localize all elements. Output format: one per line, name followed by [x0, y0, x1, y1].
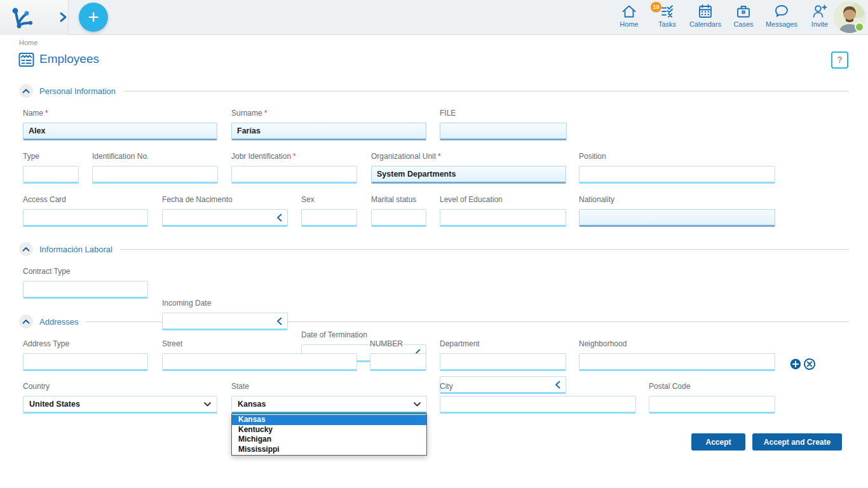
- nav-home-label: Home: [620, 20, 638, 28]
- identification-no-label: Identification No.: [92, 152, 149, 161]
- home-icon: [621, 3, 637, 20]
- type-input[interactable]: [23, 166, 79, 184]
- contract-type-label: Contract Type: [23, 267, 70, 276]
- nav-calendars-label: Calendars: [689, 20, 721, 28]
- field-level-of-education: Level of Education: [440, 195, 566, 227]
- brand-logo-icon: [9, 4, 36, 31]
- employees-form-page: + Home 10: [0, 0, 868, 488]
- country-select[interactable]: United States: [23, 396, 217, 414]
- state-option-kansas[interactable]: Kansas: [232, 415, 426, 425]
- field-contract-type: Contract Type: [23, 267, 148, 299]
- required-marker: *: [438, 152, 441, 161]
- organizational-unit-label: Organizational Unit: [371, 152, 436, 161]
- access-card-label: Access Card: [23, 195, 66, 204]
- postal-code-input[interactable]: [649, 396, 775, 414]
- field-identification-no: Identification No.: [92, 152, 218, 184]
- field-name: Name*: [23, 109, 217, 140]
- remove-address-button[interactable]: [803, 358, 816, 370]
- address-type-input[interactable]: [23, 353, 148, 371]
- department-input[interactable]: [440, 353, 566, 371]
- nav-invite-label: Invite: [811, 20, 828, 28]
- contract-type-input[interactable]: [23, 281, 148, 299]
- field-sex: Sex: [301, 195, 357, 227]
- file-input[interactable]: [440, 123, 567, 140]
- field-nationality: Nationality: [579, 195, 775, 227]
- access-card-input[interactable]: [23, 209, 148, 227]
- nav-cases-label: Cases: [733, 20, 753, 28]
- postal-code-label: Postal Code: [649, 382, 690, 391]
- nationality-input[interactable]: [579, 209, 775, 227]
- organizational-unit-input[interactable]: [371, 166, 566, 184]
- collapse-personal-button[interactable]: [19, 84, 33, 98]
- state-select[interactable]: Kansas: [231, 396, 427, 414]
- accept-button[interactable]: Accept: [691, 433, 745, 451]
- field-file: FILE: [440, 109, 567, 140]
- add-address-button[interactable]: [790, 358, 801, 370]
- online-status-indicator: [855, 22, 864, 32]
- nav-invite[interactable]: Invite: [801, 0, 839, 35]
- required-marker: *: [45, 109, 48, 118]
- city-label: City: [440, 382, 453, 391]
- marital-status-input[interactable]: [371, 209, 426, 227]
- surname-input[interactable]: [231, 123, 426, 140]
- field-access-card: Access Card: [23, 195, 148, 227]
- breadcrumb[interactable]: Home: [19, 39, 37, 46]
- job-identification-input[interactable]: [231, 166, 357, 184]
- chevron-up-icon: [22, 88, 30, 93]
- accept-and-create-button[interactable]: Accept and Create: [752, 433, 842, 451]
- file-label: FILE: [440, 109, 456, 118]
- identification-no-input[interactable]: [92, 166, 218, 184]
- neighborhood-input[interactable]: [579, 353, 775, 371]
- nav-tasks-label: Tasks: [658, 20, 676, 28]
- position-input[interactable]: [579, 166, 775, 184]
- field-state: State Kansas: [231, 382, 427, 414]
- field-neighborhood: Neighborhood: [579, 339, 775, 371]
- section-informacion-laboral: Información Laboral: [19, 241, 849, 257]
- field-organizational-unit: Organizational Unit*: [371, 152, 566, 184]
- sidebar-expand-icon[interactable]: [58, 11, 67, 24]
- add-record-button[interactable]: +: [79, 3, 108, 32]
- level-of-education-label: Level of Education: [440, 195, 503, 204]
- state-option-michigan[interactable]: Michigan: [232, 435, 426, 445]
- incoming-date-input[interactable]: [162, 313, 288, 330]
- position-label: Position: [579, 152, 606, 161]
- section-divider: [123, 91, 849, 92]
- nav-calendars[interactable]: Calendars: [686, 0, 724, 35]
- street-input[interactable]: [162, 353, 357, 371]
- chevron-down-icon: [414, 402, 421, 407]
- surname-label: Surname: [231, 109, 262, 118]
- section-addresses: Addresses: [19, 314, 849, 329]
- incoming-date-label: Incoming Date: [162, 299, 211, 308]
- state-label: State: [231, 382, 249, 391]
- chevron-up-icon: [22, 319, 30, 324]
- nav-messages[interactable]: Messages: [763, 0, 801, 35]
- briefcase-icon: [735, 3, 752, 20]
- employees-module-icon: [18, 51, 35, 68]
- field-number: NUMBER: [370, 339, 426, 371]
- help-button[interactable]: ?: [831, 51, 848, 69]
- state-option-kentucky[interactable]: Kentucky: [232, 425, 426, 435]
- sex-input[interactable]: [301, 209, 357, 227]
- nav-messages-label: Messages: [766, 20, 797, 28]
- field-birth-date: Fecha de Nacimento: [162, 195, 288, 227]
- nav-home[interactable]: Home: [610, 0, 648, 35]
- city-input[interactable]: [440, 396, 636, 414]
- type-label: Type: [23, 152, 39, 161]
- street-label: Street: [162, 339, 182, 348]
- field-department: Department: [440, 339, 566, 371]
- chevron-down-icon: [204, 402, 211, 407]
- name-input[interactable]: [23, 123, 217, 140]
- collapse-addresses-button[interactable]: [19, 315, 33, 329]
- app-logo[interactable]: [0, 0, 69, 35]
- nav-cases[interactable]: Cases: [724, 0, 763, 35]
- marital-status-label: Marital status: [371, 195, 416, 204]
- department-label: Department: [440, 339, 480, 348]
- state-option-mississippi[interactable]: Mississippi: [232, 445, 426, 455]
- number-input[interactable]: [370, 353, 426, 371]
- collapse-labor-button[interactable]: [19, 242, 33, 256]
- nav-tasks[interactable]: 10 Tasks: [648, 0, 686, 35]
- birth-date-input[interactable]: [162, 209, 288, 227]
- level-of-education-input[interactable]: [440, 209, 566, 227]
- field-marital-status: Marital status: [371, 195, 426, 227]
- date-of-termination-label: Date of Termination: [301, 330, 367, 339]
